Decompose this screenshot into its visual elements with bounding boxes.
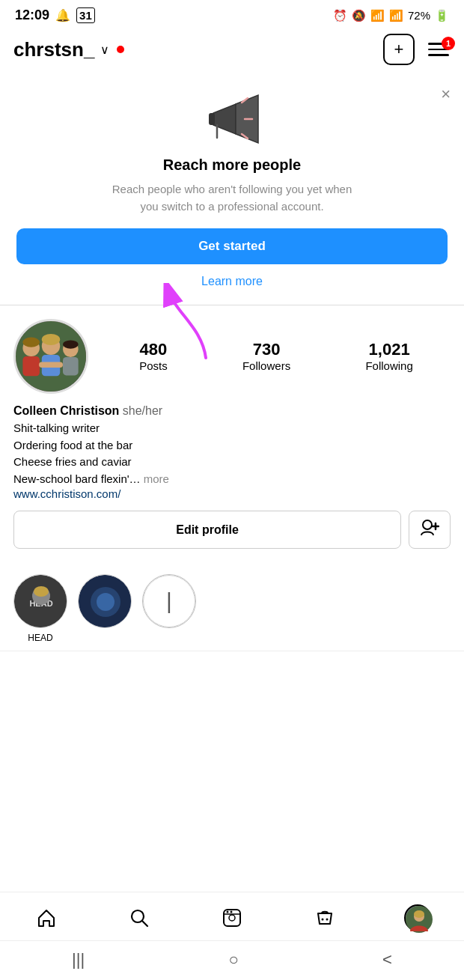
- bio-pronoun: she/her: [123, 404, 162, 417]
- menu-button[interactable]: 1: [427, 41, 451, 58]
- followers-count: 730: [242, 340, 290, 359]
- bottom-nav: ||| ○ <: [0, 892, 464, 980]
- svg-point-32: [229, 915, 235, 921]
- profile-stats: 480 Posts 730 Followers 1,021 Following: [102, 340, 451, 373]
- plus-icon: +: [394, 40, 404, 59]
- battery-label: 72%: [408, 9, 430, 22]
- username-label[interactable]: chrstsn_: [13, 38, 94, 61]
- nav-search-button[interactable]: [123, 901, 156, 934]
- promo-title: Reach more people: [16, 156, 448, 174]
- svg-point-16: [22, 338, 40, 347]
- add-person-icon: [420, 519, 439, 541]
- sound-off-icon: 🔕: [352, 9, 366, 22]
- svg-rect-14: [63, 357, 79, 375]
- highlight-item-2[interactable]: [78, 574, 132, 643]
- nav-reels-button[interactable]: [216, 901, 248, 934]
- get-started-button[interactable]: Get started: [16, 228, 448, 264]
- bio-name-line: Colleen Christison she/her: [13, 404, 451, 418]
- svg-rect-18: [39, 362, 63, 368]
- svg-point-19: [423, 520, 432, 529]
- svg-point-25: [34, 586, 49, 597]
- svg-point-17: [63, 340, 79, 348]
- svg-point-36: [322, 919, 324, 921]
- bio-link[interactable]: www.cchristison.com/: [13, 487, 451, 500]
- bio-line-3: Cheese fries and caviar: [13, 454, 451, 471]
- wifi-icon: 📶: [370, 9, 385, 22]
- promo-description: Reach people who aren't following you ye…: [105, 181, 359, 215]
- app-header: chrstsn_ ∨ + 1: [0, 29, 464, 76]
- status-time-area: 12:09 🔔 31: [15, 7, 95, 23]
- svg-point-40: [414, 910, 424, 918]
- following-count: 1,021: [365, 340, 412, 359]
- alarm-icon: ⏰: [333, 9, 347, 22]
- following-label: Following: [365, 359, 412, 372]
- new-post-button[interactable]: +: [383, 34, 415, 65]
- highlight-label-1: HEAD: [28, 633, 52, 643]
- avatar[interactable]: [13, 319, 88, 394]
- svg-point-15: [42, 334, 60, 345]
- edit-profile-button[interactable]: Edit profile: [13, 511, 401, 549]
- notification-badge: 1: [442, 37, 455, 50]
- nav-profile-button[interactable]: [401, 901, 434, 934]
- system-nav: ||| ○ <: [0, 940, 464, 980]
- notification-icon: 🔔: [55, 8, 70, 22]
- system-home-button[interactable]: ○: [206, 947, 260, 973]
- nav-icons-row: [0, 892, 464, 940]
- megaphone-icon: [198, 89, 266, 149]
- pink-arrow-icon: [161, 283, 217, 365]
- svg-point-35: [231, 911, 233, 913]
- activity-dot: [117, 46, 124, 53]
- nav-profile-avatar: [404, 904, 431, 931]
- highlight-item-1[interactable]: HEAD HEAD: [13, 574, 67, 643]
- nav-shop-button[interactable]: [308, 901, 341, 934]
- chevron-down-icon[interactable]: ∨: [100, 43, 109, 57]
- bio-line-4: New-school bard flexin'… more: [13, 471, 451, 488]
- highlight-circle-1: HEAD: [13, 574, 67, 628]
- highlight-image-2: [79, 575, 131, 627]
- profile-bio: Colleen Christison she/her Shit-talking …: [13, 404, 451, 500]
- system-back-button[interactable]: <: [360, 947, 415, 973]
- header-right: + 1: [383, 34, 451, 65]
- spacer: [0, 651, 464, 756]
- close-button[interactable]: ×: [441, 86, 451, 103]
- battery-icon: 🔋: [435, 9, 449, 22]
- highlight-image-1: HEAD: [14, 575, 67, 627]
- bio-line-2: Ordering food at the bar: [13, 437, 451, 454]
- status-bar: 12:09 🔔 31 ⏰ 🔕 📶 📶 72% 🔋: [0, 0, 464, 29]
- highlight-circle-new: |: [142, 574, 196, 628]
- menu-line-3: [428, 54, 449, 56]
- system-recent-button[interactable]: |||: [49, 947, 107, 973]
- status-icons: ⏰ 🔕 📶 📶 72% 🔋: [333, 9, 449, 22]
- header-left: chrstsn_ ∨: [13, 38, 124, 61]
- followers-label: Followers: [242, 359, 290, 372]
- followers-stat[interactable]: 730 Followers: [242, 340, 290, 373]
- profile-section: 480 Posts 730 Followers 1,021 Following …: [0, 305, 464, 567]
- bio-full-name: Colleen Christison: [13, 404, 119, 417]
- highlights-row: HEAD HEAD |: [0, 567, 464, 651]
- avatar-image: [16, 321, 86, 392]
- nav-home-button[interactable]: [30, 901, 63, 934]
- highlight-circle-2: [78, 574, 132, 628]
- highlight-item-new[interactable]: |: [142, 574, 196, 643]
- signal-icon: 📶: [389, 9, 403, 22]
- time: 12:09: [15, 7, 49, 23]
- svg-point-37: [326, 919, 329, 921]
- svg-rect-2: [209, 113, 215, 125]
- promo-banner: × Reach more people Reach people who are…: [0, 76, 464, 305]
- highlight-plus-icon: |: [166, 588, 172, 614]
- bio-more[interactable]: more: [144, 472, 169, 485]
- action-buttons: Edit profile: [13, 511, 451, 549]
- highlight-image-new: |: [143, 575, 195, 627]
- svg-rect-10: [22, 356, 40, 376]
- add-person-button[interactable]: [409, 511, 451, 549]
- calendar-icon: 31: [76, 7, 95, 23]
- svg-point-34: [227, 911, 229, 913]
- following-stat[interactable]: 1,021 Following: [365, 340, 412, 373]
- profile-top: 480 Posts 730 Followers 1,021 Following: [13, 319, 451, 394]
- svg-point-28: [97, 593, 115, 611]
- svg-line-30: [142, 921, 147, 926]
- bio-line-1: Shit-talking writer: [13, 420, 451, 437]
